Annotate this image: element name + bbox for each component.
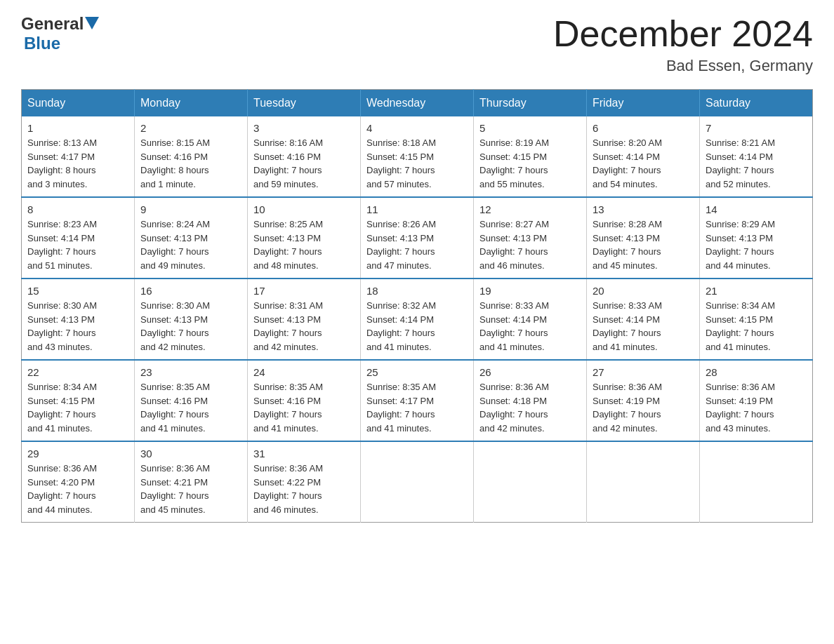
day-info: Sunrise: 8:18 AMSunset: 4:15 PMDaylight:… — [366, 136, 468, 191]
calendar-cell: 10Sunrise: 8:25 AMSunset: 4:13 PMDayligh… — [248, 197, 361, 279]
calendar-cell: 21Sunrise: 8:34 AMSunset: 4:15 PMDayligh… — [700, 279, 813, 360]
calendar-cell: 25Sunrise: 8:35 AMSunset: 4:17 PMDayligh… — [361, 360, 474, 441]
day-number: 30 — [140, 448, 241, 459]
logo: General Blue — [21, 14, 99, 53]
day-info: Sunrise: 8:36 AMSunset: 4:19 PMDaylight:… — [593, 380, 694, 435]
day-number: 7 — [706, 122, 807, 134]
calendar-cell — [700, 441, 813, 523]
column-header-friday: Friday — [587, 90, 700, 117]
title-section: December 2024 Bad Essen, Germany — [553, 14, 813, 75]
day-info: Sunrise: 8:21 AMSunset: 4:14 PMDaylight:… — [706, 136, 807, 191]
calendar-cell: 9Sunrise: 8:24 AMSunset: 4:13 PMDaylight… — [135, 197, 248, 279]
day-number: 24 — [253, 366, 355, 378]
day-number: 13 — [593, 203, 694, 215]
calendar-week-row: 15Sunrise: 8:30 AMSunset: 4:13 PMDayligh… — [22, 279, 813, 360]
day-number: 25 — [366, 366, 468, 378]
day-info: Sunrise: 8:35 AMSunset: 4:17 PMDaylight:… — [366, 380, 468, 435]
day-number: 1 — [27, 122, 128, 134]
day-info: Sunrise: 8:29 AMSunset: 4:13 PMDaylight:… — [706, 217, 807, 272]
day-number: 29 — [27, 448, 128, 459]
calendar-cell: 26Sunrise: 8:36 AMSunset: 4:18 PMDayligh… — [474, 360, 587, 441]
day-info: Sunrise: 8:28 AMSunset: 4:13 PMDaylight:… — [593, 217, 694, 272]
day-number: 4 — [366, 122, 468, 134]
day-info: Sunrise: 8:25 AMSunset: 4:13 PMDaylight:… — [253, 217, 355, 272]
day-number: 31 — [253, 448, 355, 459]
day-info: Sunrise: 8:20 AMSunset: 4:14 PMDaylight:… — [593, 136, 694, 191]
logo-triangle-icon — [85, 17, 99, 31]
day-info: Sunrise: 8:32 AMSunset: 4:14 PMDaylight:… — [366, 299, 468, 354]
calendar-cell: 19Sunrise: 8:33 AMSunset: 4:14 PMDayligh… — [474, 279, 587, 360]
day-number: 3 — [253, 122, 355, 134]
calendar-cell: 1Sunrise: 8:13 AMSunset: 4:17 PMDaylight… — [22, 116, 135, 197]
day-info: Sunrise: 8:16 AMSunset: 4:16 PMDaylight:… — [253, 136, 355, 191]
day-number: 9 — [140, 203, 241, 215]
column-header-sunday: Sunday — [22, 90, 135, 117]
calendar-week-row: 22Sunrise: 8:34 AMSunset: 4:15 PMDayligh… — [22, 360, 813, 441]
calendar-cell: 31Sunrise: 8:36 AMSunset: 4:22 PMDayligh… — [248, 441, 361, 523]
calendar-header-row: SundayMondayTuesdayWednesdayThursdayFrid… — [22, 90, 813, 117]
calendar-cell: 4Sunrise: 8:18 AMSunset: 4:15 PMDaylight… — [361, 116, 474, 197]
day-info: Sunrise: 8:36 AMSunset: 4:20 PMDaylight:… — [27, 462, 128, 516]
calendar-cell: 14Sunrise: 8:29 AMSunset: 4:13 PMDayligh… — [700, 197, 813, 279]
day-info: Sunrise: 8:26 AMSunset: 4:13 PMDaylight:… — [366, 217, 468, 272]
column-header-monday: Monday — [135, 90, 248, 117]
day-number: 14 — [706, 203, 807, 215]
day-info: Sunrise: 8:13 AMSunset: 4:17 PMDaylight:… — [27, 136, 128, 191]
day-number: 21 — [706, 285, 807, 297]
calendar-week-row: 8Sunrise: 8:23 AMSunset: 4:14 PMDaylight… — [22, 197, 813, 279]
calendar-cell: 30Sunrise: 8:36 AMSunset: 4:21 PMDayligh… — [135, 441, 248, 523]
logo-blue-text: Blue — [24, 34, 60, 53]
calendar-cell — [474, 441, 587, 523]
day-number: 17 — [253, 285, 355, 297]
calendar-week-row: 29Sunrise: 8:36 AMSunset: 4:20 PMDayligh… — [22, 441, 813, 523]
column-header-saturday: Saturday — [700, 90, 813, 117]
column-header-wednesday: Wednesday — [361, 90, 474, 117]
calendar-cell: 13Sunrise: 8:28 AMSunset: 4:13 PMDayligh… — [587, 197, 700, 279]
day-number: 26 — [479, 366, 581, 378]
day-number: 15 — [27, 285, 128, 297]
day-info: Sunrise: 8:31 AMSunset: 4:13 PMDaylight:… — [253, 299, 355, 354]
day-info: Sunrise: 8:24 AMSunset: 4:13 PMDaylight:… — [140, 217, 241, 272]
calendar-cell: 18Sunrise: 8:32 AMSunset: 4:14 PMDayligh… — [361, 279, 474, 360]
day-number: 16 — [140, 285, 241, 297]
calendar-cell: 3Sunrise: 8:16 AMSunset: 4:16 PMDaylight… — [248, 116, 361, 197]
calendar-cell: 27Sunrise: 8:36 AMSunset: 4:19 PMDayligh… — [587, 360, 700, 441]
calendar-cell: 24Sunrise: 8:35 AMSunset: 4:16 PMDayligh… — [248, 360, 361, 441]
day-number: 19 — [479, 285, 581, 297]
column-header-tuesday: Tuesday — [248, 90, 361, 117]
day-info: Sunrise: 8:34 AMSunset: 4:15 PMDaylight:… — [706, 299, 807, 354]
calendar-week-row: 1Sunrise: 8:13 AMSunset: 4:17 PMDaylight… — [22, 116, 813, 197]
day-number: 6 — [593, 122, 694, 134]
day-info: Sunrise: 8:27 AMSunset: 4:13 PMDaylight:… — [479, 217, 581, 272]
calendar-table: SundayMondayTuesdayWednesdayThursdayFrid… — [21, 89, 813, 523]
day-number: 11 — [366, 203, 468, 215]
day-number: 23 — [140, 366, 241, 378]
day-info: Sunrise: 8:36 AMSunset: 4:22 PMDaylight:… — [253, 462, 355, 516]
calendar-cell: 12Sunrise: 8:27 AMSunset: 4:13 PMDayligh… — [474, 197, 587, 279]
page-header: General Blue December 2024 Bad Essen, Ge… — [21, 14, 813, 75]
day-info: Sunrise: 8:36 AMSunset: 4:18 PMDaylight:… — [479, 380, 581, 435]
calendar-cell: 11Sunrise: 8:26 AMSunset: 4:13 PMDayligh… — [361, 197, 474, 279]
day-number: 18 — [366, 285, 468, 297]
day-number: 22 — [27, 366, 128, 378]
calendar-cell: 29Sunrise: 8:36 AMSunset: 4:20 PMDayligh… — [22, 441, 135, 523]
day-number: 5 — [479, 122, 581, 134]
calendar-cell: 22Sunrise: 8:34 AMSunset: 4:15 PMDayligh… — [22, 360, 135, 441]
day-info: Sunrise: 8:33 AMSunset: 4:14 PMDaylight:… — [479, 299, 581, 354]
calendar-cell: 7Sunrise: 8:21 AMSunset: 4:14 PMDaylight… — [700, 116, 813, 197]
day-info: Sunrise: 8:33 AMSunset: 4:14 PMDaylight:… — [593, 299, 694, 354]
day-number: 20 — [593, 285, 694, 297]
calendar-cell: 20Sunrise: 8:33 AMSunset: 4:14 PMDayligh… — [587, 279, 700, 360]
calendar-cell: 6Sunrise: 8:20 AMSunset: 4:14 PMDaylight… — [587, 116, 700, 197]
location-subtitle: Bad Essen, Germany — [553, 57, 813, 75]
day-number: 28 — [706, 366, 807, 378]
calendar-cell: 16Sunrise: 8:30 AMSunset: 4:13 PMDayligh… — [135, 279, 248, 360]
calendar-cell: 15Sunrise: 8:30 AMSunset: 4:13 PMDayligh… — [22, 279, 135, 360]
svg-marker-0 — [85, 17, 99, 29]
day-info: Sunrise: 8:30 AMSunset: 4:13 PMDaylight:… — [140, 299, 241, 354]
page-title: December 2024 — [553, 14, 813, 54]
calendar-cell: 5Sunrise: 8:19 AMSunset: 4:15 PMDaylight… — [474, 116, 587, 197]
day-info: Sunrise: 8:19 AMSunset: 4:15 PMDaylight:… — [479, 136, 581, 191]
day-info: Sunrise: 8:15 AMSunset: 4:16 PMDaylight:… — [140, 136, 241, 191]
day-info: Sunrise: 8:36 AMSunset: 4:21 PMDaylight:… — [140, 462, 241, 516]
